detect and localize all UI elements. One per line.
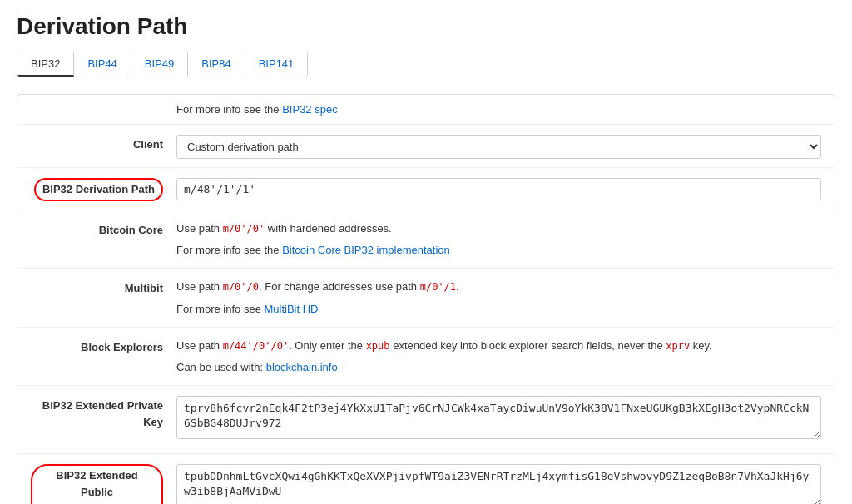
extended-public-key-label: BIP32 Extended Public Key — [31, 464, 163, 504]
block-explorers-text3: extended key into block explorer search … — [390, 339, 666, 352]
bip32-path-input[interactable] — [176, 178, 821, 200]
multibit-code2: m/0'/1 — [420, 281, 456, 293]
tab-bar: BIP32 BIP44 BIP49 BIP84 BIP141 — [17, 52, 308, 77]
bip32-path-label: BIP32 Derivation Path — [34, 178, 163, 201]
block-explorers-info: Can be used with: blockchain.info — [176, 359, 821, 377]
block-explorers-text2: . Only enter the — [289, 339, 366, 352]
block-explorers-content: Use path m/44'/0'/0'. Only enter the xpu… — [176, 336, 821, 378]
tab-bip84[interactable]: BIP84 — [188, 52, 245, 77]
multibit-text2: . For change addresses use path — [259, 280, 420, 293]
multibit-label: Multibit — [31, 277, 176, 297]
multibit-text3: . — [456, 280, 459, 293]
block-explorers-info-text: Can be used with: — [176, 361, 266, 373]
bitcoin-core-text: Use path m/0'/0' with hardened addresses… — [176, 220, 821, 238]
multibit-info-link[interactable]: MultiBit HD — [265, 303, 319, 315]
bitcoin-core-label: Bitcoin Core — [31, 219, 176, 239]
multibit-info: For more info see MultiBit HD — [176, 301, 821, 319]
bitcoin-core-row: Bitcoin Core Use path m/0'/0' with harde… — [17, 210, 835, 269]
multibit-text: Use path m/0'/0. For change addresses us… — [176, 279, 821, 296]
bitcoin-core-text1: Use path — [176, 222, 223, 235]
client-label: Client — [31, 133, 176, 153]
client-content: Custom derivation path Bitcoin Core Mult… — [176, 133, 821, 159]
extended-private-key-content — [176, 394, 821, 445]
multibit-info-text: For more info see — [176, 303, 265, 315]
extended-private-key-input[interactable] — [176, 396, 821, 439]
tab-bip141[interactable]: BIP141 — [245, 52, 308, 77]
bitcoin-core-text2: with hardened addresses. — [265, 222, 391, 235]
bip32-spec-link[interactable]: BIP32 spec — [282, 103, 338, 116]
block-explorers-info-link[interactable]: blockchain.info — [266, 361, 338, 373]
bitcoin-core-content: Use path m/0'/0' with hardened addresses… — [176, 219, 821, 260]
content-area: For more info see the BIP32 spec Client … — [17, 94, 835, 504]
block-explorers-text1: Use path — [176, 339, 223, 352]
block-explorers-code3: xprv — [666, 340, 690, 352]
bip32-path-row: BIP32 Derivation Path — [17, 168, 835, 210]
bip32-path-label-container: BIP32 Derivation Path — [31, 176, 176, 201]
block-explorers-code1: m/44'/0'/0' — [223, 340, 289, 352]
multibit-code1: m/0'/0 — [223, 281, 259, 293]
bitcoin-core-info-link[interactable]: Bitcoin Core BIP32 implementation — [282, 244, 450, 256]
extended-private-key-label: BIP32 Extended Private Key — [31, 394, 176, 430]
multibit-content: Use path m/0'/0. For change addresses us… — [176, 277, 821, 319]
tab-bip49[interactable]: BIP49 — [131, 52, 188, 77]
block-explorers-row: Block Explorers Use path m/44'/0'/0'. On… — [17, 328, 835, 387]
multibit-text1: Use path — [176, 280, 223, 293]
bip32-info-row: For more info see the BIP32 spec — [17, 95, 835, 125]
block-explorers-code2: xpub — [366, 340, 390, 352]
extended-public-key-label-container: BIP32 Extended Public Key — [31, 462, 176, 504]
multibit-row: Multibit Use path m/0'/0. For change add… — [17, 269, 835, 328]
extended-public-key-content — [176, 462, 821, 504]
bip32-path-content — [176, 176, 821, 200]
page-title: Derivation Path — [17, 13, 835, 40]
extended-private-key-row: BIP32 Extended Private Key — [17, 386, 835, 454]
block-explorers-label: Block Explorers — [31, 336, 176, 356]
bitcoin-core-info-text: For more info see the — [176, 244, 282, 256]
tab-bip44[interactable]: BIP44 — [74, 52, 131, 77]
block-explorers-text: Use path m/44'/0'/0'. Only enter the xpu… — [176, 338, 821, 355]
client-row: Client Custom derivation path Bitcoin Co… — [17, 125, 835, 168]
block-explorers-text4: key. — [690, 339, 712, 352]
bip32-info-text: For more info see the — [176, 103, 282, 116]
extended-public-key-input[interactable] — [176, 464, 821, 504]
bitcoin-core-info: For more info see the Bitcoin Core BIP32… — [176, 242, 821, 259]
client-select[interactable]: Custom derivation path Bitcoin Core Mult… — [176, 135, 821, 159]
extended-public-key-row: BIP32 Extended Public Key — [17, 454, 835, 504]
tab-bip32[interactable]: BIP32 — [17, 52, 74, 77]
bitcoin-core-code1: m/0'/0' — [223, 223, 265, 235]
